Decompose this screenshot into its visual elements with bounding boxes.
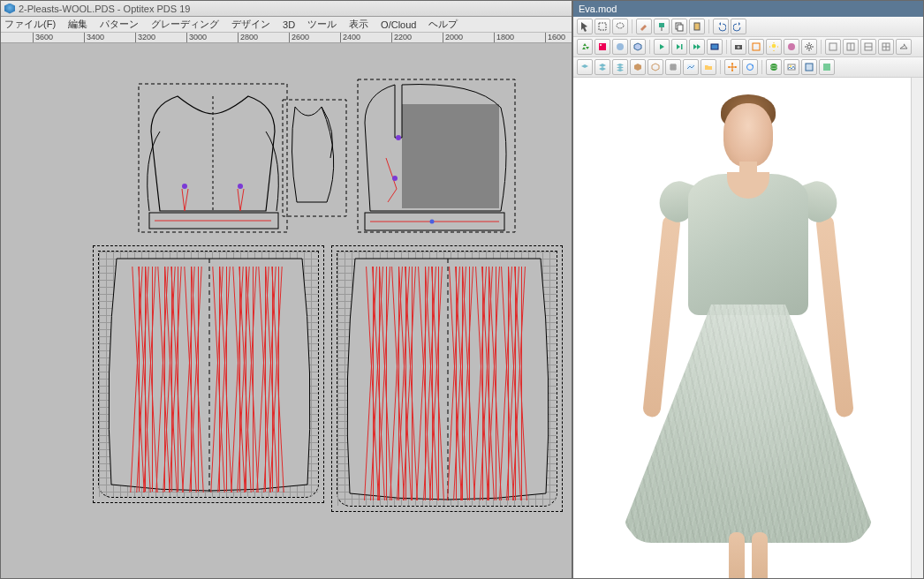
left-leg <box>729 532 745 578</box>
select-lasso-icon[interactable] <box>612 19 628 34</box>
svg-point-30 <box>600 44 602 46</box>
separator <box>708 19 709 34</box>
menu-ocloud[interactable]: O/Cloud <box>381 19 416 30</box>
pattern-canvas[interactable] <box>1 43 572 578</box>
3d-title-bar: Eva.mod <box>573 1 923 17</box>
globe-icon[interactable] <box>766 59 782 75</box>
ruler-tick: 1600 <box>545 33 565 43</box>
3d-window-title: Eva.mod <box>579 4 617 14</box>
layer1-icon[interactable] <box>577 59 593 75</box>
grid2-icon[interactable] <box>843 39 859 55</box>
3d-toolbar-row2 <box>573 37 923 57</box>
photo-icon[interactable] <box>784 59 799 75</box>
menu-3d[interactable]: 3D <box>283 19 295 30</box>
ruler-tick: 3400 <box>84 33 104 43</box>
3d-viewport[interactable] <box>573 78 923 578</box>
box-solid-icon[interactable] <box>630 59 646 75</box>
rotate-icon[interactable] <box>742 59 758 75</box>
pds-window: 2-Pleasts-WOOL.PDS - Optitex PDS 19 ファイル… <box>0 0 572 579</box>
undo-icon[interactable] <box>713 19 729 34</box>
hanger-icon[interactable] <box>896 39 912 55</box>
sleeve-piece[interactable] <box>279 96 350 220</box>
front-bodice-piece[interactable] <box>133 79 292 237</box>
ruler-tick: 2000 <box>443 33 463 43</box>
mesh-icon[interactable] <box>665 59 681 75</box>
back-skirt-piece[interactable] <box>337 251 557 507</box>
redo-icon[interactable] <box>731 19 746 34</box>
menu-view[interactable]: 表示 <box>349 18 368 31</box>
camera-icon[interactable] <box>731 39 746 55</box>
pleat-lines <box>337 252 557 506</box>
menu-grading[interactable]: グレーディング <box>151 18 219 31</box>
material-icon[interactable] <box>784 39 799 55</box>
svg-rect-36 <box>753 43 760 50</box>
brush-icon[interactable] <box>636 19 652 34</box>
svg-point-31 <box>617 43 624 50</box>
left-arm <box>642 214 681 418</box>
vertical-scrollbar[interactable] <box>911 78 923 578</box>
recycle-icon[interactable] <box>577 39 593 55</box>
svg-line-4 <box>238 189 240 211</box>
light-icon[interactable] <box>766 39 782 55</box>
snapshot-icon[interactable] <box>748 39 764 55</box>
pattern-icon[interactable] <box>801 59 817 75</box>
box-wire-icon[interactable] <box>648 59 663 75</box>
play-icon[interactable] <box>654 39 670 55</box>
scene-icon[interactable] <box>683 59 699 75</box>
paint-icon[interactable] <box>654 19 670 34</box>
back-bodice-piece[interactable] <box>352 74 520 237</box>
play-step-icon[interactable] <box>671 39 687 55</box>
svg-rect-33 <box>711 44 718 49</box>
ruler-tick: 2200 <box>391 33 412 43</box>
pleat-lines <box>99 252 318 497</box>
cursor-tool-icon[interactable] <box>577 19 593 34</box>
menu-design[interactable]: デザイン <box>231 18 270 31</box>
ruler-tick: 1800 <box>494 33 514 43</box>
grid1-icon[interactable] <box>825 39 841 55</box>
fabric-swatch-icon[interactable] <box>595 39 610 55</box>
texture-icon[interactable] <box>819 59 835 75</box>
layer3-icon[interactable] <box>612 59 628 75</box>
folder-icon[interactable] <box>701 59 716 75</box>
move-icon[interactable] <box>724 59 740 75</box>
svg-rect-54 <box>806 64 813 71</box>
3d-toolbar-row1 <box>573 17 923 37</box>
menu-tools[interactable]: ツール <box>307 18 337 31</box>
copy-icon[interactable] <box>671 19 687 34</box>
ruler-tick: 2600 <box>289 33 309 43</box>
mannequin <box>607 82 890 578</box>
menu-bar: ファイル(F) 編集 パターン グレーディング デザイン 3D ツール 表示 O… <box>1 17 572 33</box>
svg-rect-28 <box>694 23 700 30</box>
select-rect-icon[interactable] <box>595 19 610 34</box>
layer2-icon[interactable] <box>595 59 610 75</box>
menu-help[interactable]: ヘルプ <box>428 18 458 31</box>
ruler-tick: 3000 <box>186 33 207 43</box>
svg-point-20 <box>430 220 435 224</box>
separator <box>632 19 632 34</box>
svg-line-2 <box>182 189 185 211</box>
menu-file[interactable]: ファイル(F) <box>4 18 56 31</box>
svg-line-14 <box>386 158 397 189</box>
cube-icon[interactable] <box>630 39 646 55</box>
play-all-icon[interactable] <box>689 39 705 55</box>
head <box>723 103 773 167</box>
render-icon[interactable] <box>707 39 723 55</box>
svg-rect-55 <box>823 64 830 71</box>
separator <box>821 40 822 54</box>
clipboard-icon[interactable] <box>689 19 705 34</box>
grid4-icon[interactable] <box>878 39 894 55</box>
menu-edit[interactable]: 編集 <box>68 18 87 31</box>
svg-rect-40 <box>829 43 837 50</box>
svg-rect-23 <box>599 23 606 30</box>
ruler-tick: 3200 <box>135 33 155 43</box>
svg-rect-29 <box>599 43 606 50</box>
separator <box>649 40 650 54</box>
menu-pattern[interactable]: パターン <box>100 18 139 31</box>
ruler-tick: 2800 <box>238 33 258 43</box>
3d-toolbar-row3 <box>573 57 923 78</box>
title-bar: 2-Pleasts-WOOL.PDS - Optitex PDS 19 <box>1 1 572 17</box>
settings-icon[interactable] <box>801 39 817 55</box>
front-skirt-piece[interactable] <box>98 251 319 498</box>
grid3-icon[interactable] <box>860 39 876 55</box>
sphere-icon[interactable] <box>612 39 628 55</box>
